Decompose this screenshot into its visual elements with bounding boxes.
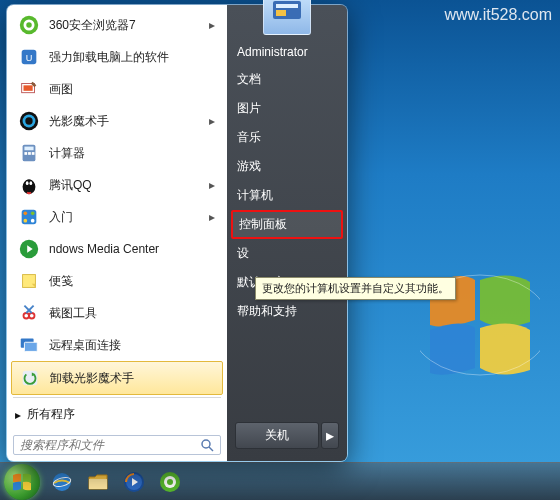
svg-rect-27 [23, 275, 36, 288]
divider [13, 397, 221, 398]
program-item-11[interactable]: 卸载光影魔术手 [11, 361, 223, 395]
program-label: 画图 [49, 81, 217, 98]
browser-360-icon [17, 13, 41, 37]
qq-icon [17, 173, 41, 197]
program-item-4[interactable]: 计算器 [11, 137, 223, 169]
program-item-6[interactable]: 入门▸ [11, 201, 223, 233]
taskbar-explorer-icon[interactable] [83, 467, 113, 497]
program-label: 截图工具 [49, 305, 217, 322]
svg-rect-40 [276, 10, 286, 16]
sticky-notes-icon [17, 269, 41, 293]
start-button[interactable] [4, 464, 40, 500]
svg-rect-13 [24, 152, 27, 155]
program-item-7[interactable]: ndows Media Center [11, 233, 223, 265]
program-label: 光影魔术手 [49, 113, 207, 130]
svg-point-22 [31, 212, 35, 216]
svg-rect-33 [24, 342, 37, 351]
svg-rect-14 [28, 152, 31, 155]
right-item-计算机[interactable]: 计算机 [227, 181, 347, 210]
program-label: 入门 [49, 209, 207, 226]
programs-list: 360安全浏览器7▸U强力卸载电脑上的软件画图光影魔术手▸计算器腾讯QQ▸入门▸… [7, 5, 227, 395]
taskbar-media-player-icon[interactable] [119, 467, 149, 497]
right-item-设[interactable]: 设 [227, 239, 347, 268]
getting-started-icon [17, 205, 41, 229]
chevron-right-icon: ▸ [207, 210, 217, 224]
chevron-right-icon: ▸ [207, 114, 217, 128]
svg-point-36 [202, 440, 210, 448]
avatar-container [227, 0, 347, 35]
media-center-icon [17, 237, 41, 261]
start-menu-right-panel: Administrator 文档图片音乐游戏计算机控制面板设默认程序帮助和支持 … [227, 5, 347, 461]
all-programs-label: 所有程序 [27, 406, 75, 423]
svg-line-37 [209, 447, 213, 451]
search-icon [200, 438, 214, 452]
start-menu-left-panel: 360安全浏览器7▸U强力卸载电脑上的软件画图光影魔术手▸计算器腾讯QQ▸入门▸… [7, 5, 227, 461]
neoimaging-icon [17, 109, 41, 133]
snipping-tool-icon [17, 301, 41, 325]
right-item-文档[interactable]: 文档 [227, 65, 347, 94]
start-menu: 360安全浏览器7▸U强力卸载电脑上的软件画图光影魔术手▸计算器腾讯QQ▸入门▸… [6, 4, 348, 462]
program-label: 便笺 [49, 273, 217, 290]
user-avatar[interactable] [263, 0, 311, 35]
shutdown-row: 关机 ▸ [227, 416, 347, 457]
shutdown-button[interactable]: 关机 [235, 422, 319, 449]
program-item-10[interactable]: 远程桌面连接 [11, 329, 223, 361]
search-input[interactable] [20, 438, 200, 452]
search-box[interactable] [13, 435, 221, 455]
svg-point-3 [26, 22, 32, 28]
uninstall-tool-icon: U [17, 45, 41, 69]
shutdown-options-arrow[interactable]: ▸ [321, 422, 339, 449]
program-item-2[interactable]: 画图 [11, 73, 223, 105]
chevron-right-icon: ▸ [207, 178, 217, 192]
program-label: 远程桌面连接 [49, 337, 217, 354]
svg-point-21 [24, 212, 28, 216]
watermark-text: www.it528.com [444, 6, 552, 24]
program-item-3[interactable]: 光影魔术手▸ [11, 105, 223, 137]
right-item-音乐[interactable]: 音乐 [227, 123, 347, 152]
program-label: 360安全浏览器7 [49, 17, 207, 34]
svg-point-19 [29, 181, 32, 185]
program-item-0[interactable]: 360安全浏览器7▸ [11, 9, 223, 41]
calculator-icon [17, 141, 41, 165]
all-programs-button[interactable]: ▸ 所有程序 [7, 400, 227, 429]
chevron-right-icon: ▸ [15, 408, 21, 422]
taskbar [0, 462, 560, 500]
svg-point-49 [167, 479, 173, 485]
taskbar-360-icon[interactable] [155, 467, 185, 497]
control-panel-tooltip: 更改您的计算机设置并自定义其功能。 [255, 277, 456, 300]
user-name-item[interactable]: Administrator [227, 39, 347, 65]
svg-point-18 [26, 181, 29, 185]
svg-point-17 [24, 180, 33, 189]
svg-point-29 [29, 313, 35, 319]
program-label: 卸载光影魔术手 [50, 370, 216, 387]
svg-point-23 [24, 219, 28, 223]
chevron-right-icon: ▸ [207, 18, 217, 32]
program-item-8[interactable]: 便笺 [11, 265, 223, 297]
remote-desktop-icon [17, 333, 41, 357]
svg-rect-15 [32, 152, 35, 155]
program-item-1[interactable]: U强力卸载电脑上的软件 [11, 41, 223, 73]
program-label: ndows Media Center [49, 242, 217, 256]
program-label: 计算器 [49, 145, 217, 162]
right-item-图片[interactable]: 图片 [227, 94, 347, 123]
svg-rect-7 [24, 85, 33, 91]
program-label: 强力卸载电脑上的软件 [49, 49, 217, 66]
right-item-帮助和支持[interactable]: 帮助和支持 [227, 297, 347, 326]
program-item-5[interactable]: 腾讯QQ▸ [11, 169, 223, 201]
taskbar-ie-icon[interactable] [47, 467, 77, 497]
svg-point-24 [31, 219, 35, 223]
right-item-控制面板[interactable]: 控制面板 [231, 210, 343, 239]
program-item-9[interactable]: 截图工具 [11, 297, 223, 329]
svg-text:U: U [26, 53, 33, 63]
program-label: 腾讯QQ [49, 177, 207, 194]
paint-icon [17, 77, 41, 101]
right-item-游戏[interactable]: 游戏 [227, 152, 347, 181]
svg-point-10 [25, 117, 32, 124]
uninstall-neoimaging-icon [18, 366, 42, 390]
svg-rect-12 [24, 147, 33, 151]
svg-rect-39 [276, 4, 298, 8]
svg-rect-43 [89, 479, 107, 489]
svg-rect-20 [22, 210, 37, 225]
